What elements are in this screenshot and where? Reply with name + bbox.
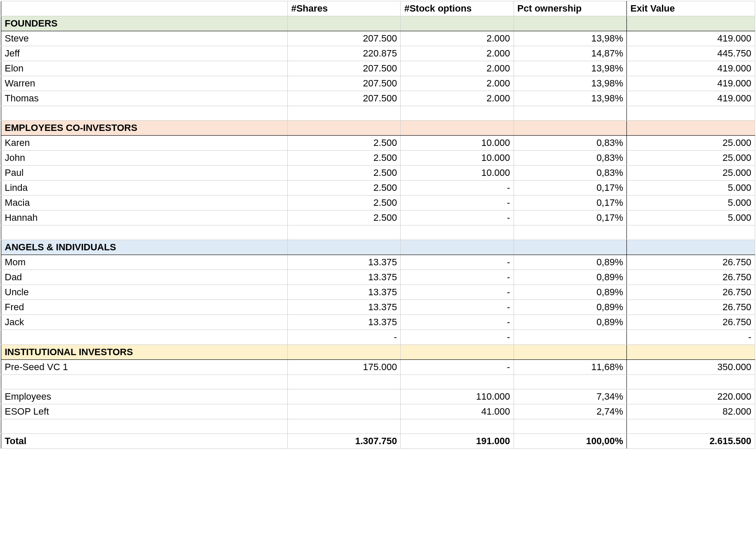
- founder-row: Warren207.5002.00013,98%419.000: [1, 76, 755, 91]
- cell-exit: 25.000: [627, 166, 755, 181]
- employee-row: Linda2.500-0,17%5.000: [1, 181, 755, 196]
- cell-shares: 13.375: [287, 285, 400, 300]
- cell-shares: 1.307.750: [287, 434, 400, 449]
- angel-blank-row: ---: [1, 330, 755, 345]
- cell-shares: [287, 419, 400, 434]
- cell-options: 2.000: [401, 46, 514, 61]
- section-cell: [401, 16, 514, 31]
- cell-pct: 11,68%: [514, 360, 626, 375]
- cell-options: -: [401, 315, 514, 330]
- employee-row: John2.50010.0000,83%25.000: [1, 151, 755, 166]
- cell-name: Pre-Seed VC 1: [1, 360, 288, 375]
- cell-exit: 26.750: [627, 315, 755, 330]
- cell-shares: [287, 106, 400, 121]
- cap-table: #Shares #Stock options Pct ownership Exi…: [1, 1, 755, 449]
- cell-pct: 0,83%: [514, 166, 626, 181]
- section-cell: [514, 345, 626, 360]
- cell-pct: 13,98%: [514, 91, 626, 106]
- blank-row: [1, 419, 755, 434]
- section-title: ANGELS & INDIVIDUALS: [1, 240, 288, 255]
- cell-shares: -: [287, 330, 400, 345]
- cell-options: 41.000: [401, 404, 514, 419]
- cell-shares: 2.500: [287, 166, 400, 181]
- cell-name: Hannah: [1, 211, 288, 225]
- section-cell: [401, 240, 514, 255]
- cell-name: Macia: [1, 196, 288, 211]
- angel-row: Jack13.375-0,89%26.750: [1, 315, 755, 330]
- cell-exit: 25.000: [627, 151, 755, 166]
- cell-exit: 25.000: [627, 136, 755, 151]
- cell-shares: [287, 375, 400, 389]
- cell-exit: 26.750: [627, 285, 755, 300]
- section-cell: [627, 121, 755, 136]
- founder-row: Thomas207.5002.00013,98%419.000: [1, 91, 755, 106]
- employee-row: Karen2.50010.0000,83%25.000: [1, 136, 755, 151]
- cell-pct: 2,74%: [514, 404, 626, 419]
- cell-pct: 13,98%: [514, 61, 626, 76]
- founder-row: Elon207.5002.00013,98%419.000: [1, 61, 755, 76]
- cell-options: [401, 106, 514, 121]
- cell-pct: 0,89%: [514, 315, 626, 330]
- cell-exit: 445.750: [627, 46, 755, 61]
- section-cell: [627, 240, 755, 255]
- blank-row: [1, 106, 755, 121]
- angel-row: Mom13.375-0,89%26.750: [1, 255, 755, 270]
- cell-shares: [287, 389, 400, 404]
- cell-exit: 82.000: [627, 404, 755, 419]
- section-title: INSTITUTIONAL INVESTORS: [1, 345, 288, 360]
- employee-row: Hannah2.500-0,17%5.000: [1, 211, 755, 225]
- cell-name: Employees: [1, 389, 288, 404]
- header-pct: Pct ownership: [514, 1, 626, 16]
- cell-exit: 419.000: [627, 76, 755, 91]
- blank-row: [1, 375, 755, 389]
- section-header-angels: ANGELS & INDIVIDUALS: [1, 240, 755, 255]
- cell-options: -: [401, 181, 514, 196]
- cell-pct: 0,83%: [514, 151, 626, 166]
- cell-pct: [514, 106, 626, 121]
- angel-row: Dad13.375-0,89%26.750: [1, 270, 755, 285]
- section-title: EMPLOYEES CO-INVESTORS: [1, 121, 288, 136]
- cell-exit: 2.615.500: [627, 434, 755, 449]
- cell-name: Mom: [1, 255, 288, 270]
- blank-row: [1, 225, 755, 240]
- cell-exit: 220.000: [627, 389, 755, 404]
- cell-shares: 2.500: [287, 136, 400, 151]
- section-cell: [514, 121, 626, 136]
- other-row: ESOP Left41.0002,74%82.000: [1, 404, 755, 419]
- cell-exit: 419.000: [627, 61, 755, 76]
- cell-pct: 0,89%: [514, 285, 626, 300]
- cell-exit: [627, 106, 755, 121]
- cell-name: Elon: [1, 61, 288, 76]
- institutional-row: Pre-Seed VC 1175.000-11,68%350.000: [1, 360, 755, 375]
- cell-pct: 7,34%: [514, 389, 626, 404]
- cell-shares: 13.375: [287, 255, 400, 270]
- cell-pct: [514, 375, 626, 389]
- cell-shares: 2.500: [287, 181, 400, 196]
- cell-pct: 13,98%: [514, 31, 626, 46]
- cell-options: -: [401, 300, 514, 315]
- section-header-founders: FOUNDERS: [1, 16, 755, 31]
- cell-options: 2.000: [401, 61, 514, 76]
- cell-options: [401, 419, 514, 434]
- founder-row: Steve207.5002.00013,98%419.000: [1, 31, 755, 46]
- employee-row: Paul2.50010.0000,83%25.000: [1, 166, 755, 181]
- cell-exit: -: [627, 330, 755, 345]
- cell-shares: 13.375: [287, 270, 400, 285]
- section-cell: [514, 16, 626, 31]
- section-cell: [287, 345, 400, 360]
- cell-exit: [627, 419, 755, 434]
- section-header-institutional: INSTITUTIONAL INVESTORS: [1, 345, 755, 360]
- cell-exit: 26.750: [627, 255, 755, 270]
- cell-name: ESOP Left: [1, 404, 288, 419]
- cell-pct: 0,89%: [514, 255, 626, 270]
- cell-shares: 207.500: [287, 31, 400, 46]
- cell-options: 10.000: [401, 136, 514, 151]
- section-title: FOUNDERS: [1, 16, 288, 31]
- cell-name: Dad: [1, 270, 288, 285]
- cell-shares: 220.875: [287, 46, 400, 61]
- cell-exit: 26.750: [627, 270, 755, 285]
- cell-shares: 207.500: [287, 76, 400, 91]
- cell-shares: 2.500: [287, 151, 400, 166]
- cell-exit: 419.000: [627, 91, 755, 106]
- header-options: #Stock options: [401, 1, 514, 16]
